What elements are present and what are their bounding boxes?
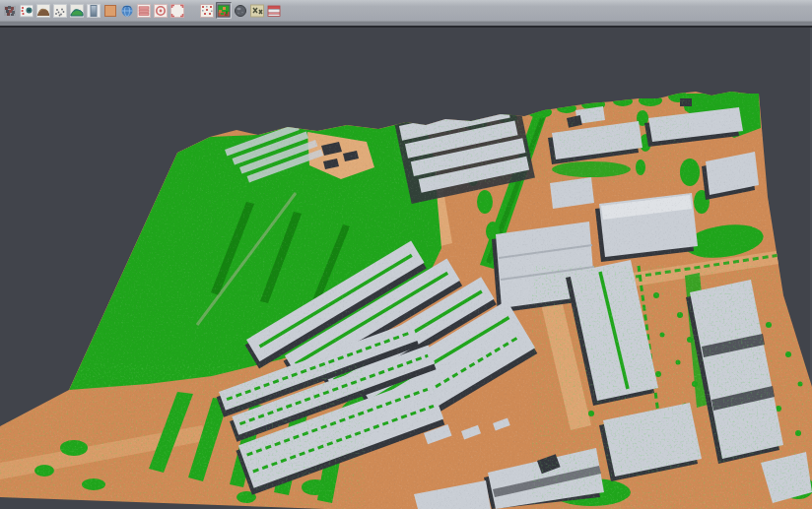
align-registration-icon[interactable] bbox=[19, 2, 34, 19]
discard-marks-icon[interactable] bbox=[249, 2, 265, 19]
terrain-scene bbox=[0, 28, 812, 509]
height-column-icon[interactable] bbox=[86, 2, 102, 19]
toolbar-group-gap bbox=[185, 2, 198, 19]
sparse-points-icon[interactable] bbox=[52, 2, 68, 19]
application-window bbox=[0, 0, 812, 509]
filter-grid-icon[interactable] bbox=[199, 2, 215, 19]
globe-view-icon[interactable] bbox=[119, 2, 135, 19]
layer-bars-icon[interactable] bbox=[136, 2, 152, 19]
vegetation-surface-icon[interactable] bbox=[69, 2, 85, 19]
viewport-3d[interactable] bbox=[0, 28, 812, 509]
orthophoto-tile-icon[interactable] bbox=[102, 2, 118, 19]
classification-view-icon[interactable] bbox=[216, 2, 232, 19]
target-circle-icon[interactable] bbox=[153, 2, 169, 19]
dark-sphere-icon[interactable] bbox=[233, 2, 248, 19]
texture-overlay bbox=[0, 28, 812, 509]
main-toolbar bbox=[0, 0, 812, 21]
selection-extent-icon[interactable] bbox=[169, 2, 185, 19]
remove-stripes-icon[interactable] bbox=[266, 2, 282, 19]
terrain-surface-brown-icon[interactable] bbox=[35, 2, 51, 19]
multicolor-point-cloud-icon[interactable] bbox=[2, 2, 18, 19]
